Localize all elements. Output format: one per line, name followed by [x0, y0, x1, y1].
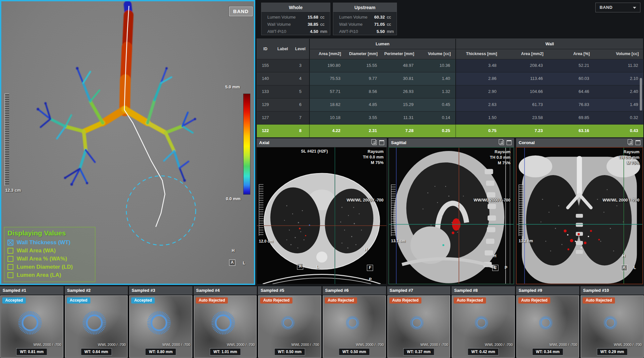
cell-lumen-volume: 0.14 — [419, 112, 455, 124]
cell-level: 6 — [291, 98, 309, 111]
checkbox-icon[interactable] — [8, 240, 13, 246]
cell-wall-volume: 0.43 — [594, 125, 643, 137]
copy-icon[interactable] — [629, 140, 633, 145]
cell-wall-area-pct: 63.16 — [548, 125, 594, 137]
airway-ring-overlay — [141, 305, 177, 341]
sample-title: Sampled #6 — [322, 286, 386, 295]
maximize-icon[interactable] — [636, 140, 640, 145]
col-wall-area-mm2: Area [mm2] — [502, 49, 548, 59]
status-badge: Accepted — [131, 297, 155, 304]
sample-title: Sampled #7 — [387, 286, 451, 295]
sample-panel: Sampled #10 Auto Rejected WWL 2000 / -70… — [580, 286, 644, 358]
wwl-overlay-text: WWL 2000 / -700 — [356, 343, 384, 347]
orientation-p-marker: P — [369, 277, 371, 282]
stat-row: AWT-Pi10 4.50 mm — [267, 28, 327, 35]
ruler-icon — [259, 184, 263, 236]
cell-wall-area-pct: 64.46 — [548, 85, 594, 98]
sample-ct-image[interactable]: Auto Rejected WWL 2000 / -700 WT: 0.42 m… — [452, 295, 515, 358]
sagittal-ct-image[interactable]: Raysum TH 0.0 mm M 75% WW/WL 2000 / -700… — [388, 147, 514, 284]
table-row[interactable]: 122 8 4.22 2.31 7.28 0.25 0.75 7.23 63.1… — [257, 124, 643, 137]
checkbox-icon[interactable] — [8, 248, 13, 254]
status-badge: Auto Rejected — [518, 297, 551, 304]
maximize-icon[interactable] — [379, 140, 384, 145]
sample-ct-image[interactable]: Auto Rejected WWL 2000 / -700 WT: 0.37 m… — [387, 295, 450, 358]
coronal-view-panel: Coronal — [516, 138, 643, 284]
legend-label: Wall Area % (WA%) — [17, 256, 67, 262]
chevron-down-icon — [633, 7, 636, 9]
legend-label: Lumen Area (LA) — [17, 272, 61, 278]
cell-id: 122 — [257, 125, 274, 137]
sample-ct-image[interactable]: Auto Rejected WWL 2000 / -700 WT: 0.34 m… — [516, 295, 579, 358]
cell-level: 4 — [291, 72, 309, 85]
sample-title: Sampled #9 — [516, 286, 580, 295]
sample-ct-image[interactable]: Accepted WWL 2000 / -700 WT: 0.80 mm — [129, 295, 192, 358]
wall-thickness-badge: WT: 0.64 mm — [81, 348, 112, 355]
orientation-h-marker: H — [622, 254, 625, 258]
checkbox-icon[interactable] — [8, 256, 13, 262]
ruler-length-label: 12.0 cm — [259, 239, 273, 244]
band-button[interactable]: BAND — [229, 7, 253, 16]
wall-thickness-colorbar — [243, 94, 250, 195]
table-row[interactable]: 155 3 190.80 15.55 48.97 10.36 3.48 208.… — [257, 59, 643, 72]
cell-label — [274, 112, 291, 124]
checkbox-icon[interactable] — [8, 272, 13, 278]
3d-airway-viewer-panel[interactable]: BAND 5.0 mm 0.0 mm 12.3 cm H A L Display… — [0, 0, 255, 285]
airway-ring-overlay — [528, 305, 564, 341]
checkbox-icon[interactable] — [8, 264, 13, 270]
copy-icon[interactable] — [372, 140, 377, 145]
cell-wall-thickness: 0.75 — [455, 125, 502, 137]
copy-icon[interactable] — [500, 140, 504, 145]
sample-ct-image[interactable]: Auto Rejected WWL 2000 / -700 WT: 0.29 m… — [581, 295, 644, 358]
sample-title: Sampled #4 — [194, 286, 257, 295]
table-row[interactable]: 129 6 18.62 4.85 15.29 0.45 2.63 61.73 7… — [257, 98, 643, 111]
airway-ring-overlay — [463, 305, 499, 341]
table-row[interactable]: 140 4 75.53 9.77 30.81 1.40 2.86 113.46 … — [257, 72, 643, 85]
cell-lumen-perimeter: 7.28 — [382, 125, 419, 137]
stat-unit: mm — [318, 28, 327, 35]
status-badge: Accepted — [2, 297, 26, 304]
sample-panel: Sampled #1 Accepted WWL 2000 / -700 WT: … — [0, 286, 64, 358]
cell-lumen-perimeter: 48.97 — [382, 59, 419, 72]
maximize-icon[interactable] — [507, 140, 511, 145]
cell-lumen-volume: 1.32 — [419, 85, 455, 98]
displaying-values-legend: Displaying Values Wall Thickness (WT) Wa… — [4, 227, 95, 282]
sample-panel: Sampled #7 Auto Rejected WWL 2000 / -700… — [387, 286, 451, 358]
sample-ct-image[interactable]: Accepted WWL 2000 / -700 WT: 0.81 mm — [0, 295, 63, 358]
cell-lumen-perimeter: 30.81 — [382, 72, 419, 85]
cell-wall-area-mm2: 7.23 — [502, 125, 548, 137]
view-title: Axial — [259, 140, 372, 145]
legend-label: Lumen Diameter (LD) — [17, 264, 73, 270]
thickness-label: TH 0.0 mm — [619, 155, 639, 160]
table-scrollbar[interactable] — [640, 78, 642, 111]
cell-lumen-diameter: 2.31 — [346, 125, 382, 137]
axial-header: Axial — [257, 138, 387, 147]
cell-id: 127 — [257, 112, 274, 124]
upstream-stats-title: Upstream — [333, 3, 397, 12]
table-row[interactable]: 127 7 10.18 3.55 11.31 0.14 1.50 23.58 6… — [257, 111, 643, 124]
cell-wall-area-mm2: 61.73 — [502, 98, 548, 111]
sample-ct-image[interactable]: Accepted WWL 2000 / -700 WT: 0.64 mm — [65, 295, 128, 358]
table-row[interactable]: 133 5 57.71 8.56 26.93 1.32 2.90 104.66 … — [257, 85, 643, 98]
airway-ring-overlay — [205, 305, 241, 341]
coronal-ct-image[interactable]: Raysum TH 0.0 mm M 75% WW/WL 2000 / -700… — [516, 147, 643, 284]
stat-value: 60.32 — [369, 14, 385, 21]
cell-wall-thickness: 3.48 — [455, 59, 502, 72]
cell-lumen-area: 57.71 — [309, 85, 346, 98]
sample-ct-image[interactable]: Auto Rejected WWL 2000 / -700 WT: 1.01 m… — [194, 295, 257, 358]
legend-item: Wall Area % (WA%) — [8, 255, 92, 263]
cell-wall-volume: 11.32 — [594, 59, 643, 72]
col-lumen-diameter: Diameter [mm] — [346, 49, 382, 59]
sample-panel: Sampled #2 Accepted WWL 2000 / -700 WT: … — [65, 286, 128, 358]
axial-ct-image[interactable]: SL #421 (H2F) Raysum TH 0.0 mm M 75% WW/… — [257, 147, 387, 284]
mip-label: M 75% — [490, 160, 510, 166]
airway-ring-overlay — [335, 305, 370, 341]
ruler-length-label: 13.2 cm — [519, 239, 533, 243]
sample-ct-image[interactable]: Auto Rejected WWL 2000 / -700 WT: 0.50 m… — [258, 295, 321, 358]
window-level-label: WW/WL 2000 / -700 — [474, 198, 510, 202]
cell-wall-thickness: 2.86 — [455, 72, 502, 85]
wall-thickness-badge: WT: 1.01 mm — [210, 348, 241, 355]
stat-unit: cc — [318, 14, 327, 21]
band-dropdown[interactable]: BAND — [595, 3, 640, 12]
sample-ct-image[interactable]: Auto Rejected WWL 2000 / -700 WT: 0.50 m… — [323, 295, 386, 358]
whole-stats-title: Whole — [261, 3, 330, 12]
